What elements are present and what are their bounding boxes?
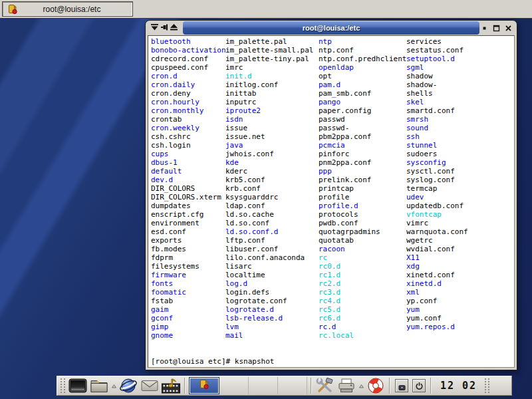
- window-titlebar[interactable]: root@louisa:/etc: [146, 21, 517, 35]
- file-entry: rc2.d: [319, 279, 406, 288]
- mail-icon[interactable]: [140, 376, 160, 395]
- file-entry: logrotate.d: [225, 305, 313, 314]
- konsole-window: root@louisa:/etc bluetoothbonobo-activat…: [145, 20, 517, 370]
- listing-column-1: bluetoothbonobo-activationcdrecord.confc…: [151, 37, 226, 340]
- file-entry: ld.so.conf.d: [225, 227, 313, 236]
- file-entry: cron.deny: [151, 89, 226, 98]
- file-entry: im_palette-small.pal: [225, 46, 313, 55]
- file-entry: warnquota.conf: [406, 227, 468, 236]
- file-entry: ldap.conf: [225, 201, 313, 210]
- top-taskbar: root@louisa:/etc: [0, 0, 532, 19]
- file-entry: kderc: [225, 167, 313, 176]
- file-entry: sound: [406, 124, 468, 132]
- file-entry: lsb-release.d: [225, 314, 313, 323]
- konsole-icon: [199, 379, 209, 392]
- file-entry: crontab: [151, 115, 226, 124]
- panel-taskbar: [189, 377, 307, 394]
- file-entry: ld.so.conf: [225, 219, 313, 227]
- file-entry: fstab: [151, 297, 226, 305]
- file-entry: profile.d: [319, 201, 406, 210]
- file-entry: gnome: [151, 331, 226, 340]
- file-entry: rc5.d: [319, 305, 406, 314]
- file-entry: kde: [225, 158, 313, 167]
- file-entry: rc3.d: [319, 288, 406, 297]
- file-entry: yum.repos.d: [406, 323, 468, 331]
- file-entry: cdrecord.conf: [151, 55, 226, 63]
- prompt-line: [root@louisa etc]# ksnapshot: [151, 357, 274, 366]
- panel-handle-left[interactable]: [61, 378, 65, 393]
- lock-icon[interactable]: [395, 379, 408, 392]
- file-entry: racoon: [319, 245, 406, 253]
- file-entry: yp.conf: [406, 297, 468, 305]
- file-entry: krb5.conf: [225, 176, 313, 184]
- file-entry: login.defs: [225, 288, 313, 297]
- file-entry: quotatab: [319, 236, 406, 245]
- file-entry: X11: [406, 253, 468, 262]
- file-entry: shadow-: [406, 80, 468, 89]
- file-entry: shadow: [406, 72, 468, 80]
- file-entry: libuser.conf: [225, 245, 313, 253]
- taskbar-task-konsole-active[interactable]: [189, 377, 219, 394]
- file-entry: fdprm: [151, 253, 226, 262]
- file-entry: dumpdates: [151, 201, 226, 210]
- drawer-arrow-icon[interactable]: [110, 376, 117, 395]
- taskbar-empty-slot: [278, 377, 307, 394]
- taskbar-task-konsole[interactable]: root@louisa:/etc: [2, 1, 133, 17]
- minimize-button[interactable]: [480, 24, 489, 33]
- panel-handle-right[interactable]: [485, 378, 489, 393]
- file-entry: cron.daily: [151, 80, 226, 89]
- file-entry: services: [406, 37, 468, 46]
- window-controls: [479, 21, 517, 35]
- file-entry: rc4.d: [319, 297, 406, 305]
- maximize-button[interactable]: [492, 24, 501, 33]
- panel-clock[interactable]: 12 02: [435, 380, 482, 392]
- tools-icon[interactable]: [315, 376, 335, 395]
- file-entry: enscript.cfg: [151, 210, 226, 219]
- terminal-icon[interactable]: [68, 376, 88, 395]
- file-entry: ld.so.cache: [225, 210, 313, 219]
- file-entry: xml: [406, 288, 468, 297]
- file-entry: xinetd.d: [406, 279, 468, 288]
- file-entry: DIR_COLORS: [151, 184, 226, 193]
- file-entry: ppp: [319, 167, 406, 176]
- close-icon[interactable]: [504, 24, 513, 33]
- menu-collapse-icon[interactable]: [150, 22, 159, 34]
- eject-icon[interactable]: [170, 22, 178, 34]
- file-entry: im_palette.pal: [225, 37, 313, 46]
- web-browser-icon[interactable]: [118, 376, 138, 395]
- file-entry: smrsh: [406, 115, 468, 124]
- home-folder-icon[interactable]: [89, 376, 109, 395]
- file-entry: issue.net: [225, 132, 313, 141]
- file-entry: sgml: [406, 63, 468, 72]
- file-entry: cron.d: [151, 72, 226, 80]
- power-icon[interactable]: [412, 379, 426, 392]
- file-entry: dbus-1: [151, 158, 226, 167]
- terminal-screen[interactable]: bluetoothbonobo-activationcdrecord.confc…: [148, 35, 515, 368]
- file-entry: bonobo-activation: [151, 46, 226, 55]
- file-entry: rc1.d: [319, 271, 406, 279]
- file-entry: openldap: [319, 63, 406, 72]
- file-entry: ksysguarddrc: [225, 193, 313, 201]
- panel-separator: [389, 378, 390, 394]
- help-lifering-icon[interactable]: [366, 376, 386, 395]
- pin-icon[interactable]: [160, 22, 169, 34]
- listing-column-2: im_palette.palim_palette-small.palim_pal…: [225, 37, 313, 340]
- listing-column-4: servicessestatus.confsetuptool.dsgmlshad…: [406, 37, 468, 331]
- file-entry: rc0.d: [319, 262, 406, 271]
- file-entry: initlog.conf: [225, 80, 313, 89]
- file-entry: fb.modes: [151, 245, 226, 253]
- file-entry: inputrc: [225, 98, 313, 106]
- file-entry: pinforc: [319, 150, 406, 158]
- file-entry: termcap: [406, 184, 468, 193]
- printer-icon[interactable]: [336, 376, 356, 395]
- file-entry: pcmcia: [319, 141, 406, 150]
- file-entry: logrotate.conf: [225, 297, 313, 305]
- file-entry: pam.d: [319, 80, 406, 89]
- file-entry: csh.login: [151, 141, 226, 150]
- multimedia-icon[interactable]: [161, 376, 181, 395]
- file-entry: cpuspeed.conf: [151, 63, 226, 72]
- file-entry: setuptool.d: [406, 55, 468, 63]
- file-entry: ntp.conf.predhclient: [319, 55, 406, 63]
- drawer-arrow-icon[interactable]: [358, 376, 364, 395]
- listing-column-3: ntpntp.confntp.conf.predhclientopenldapo…: [319, 37, 406, 340]
